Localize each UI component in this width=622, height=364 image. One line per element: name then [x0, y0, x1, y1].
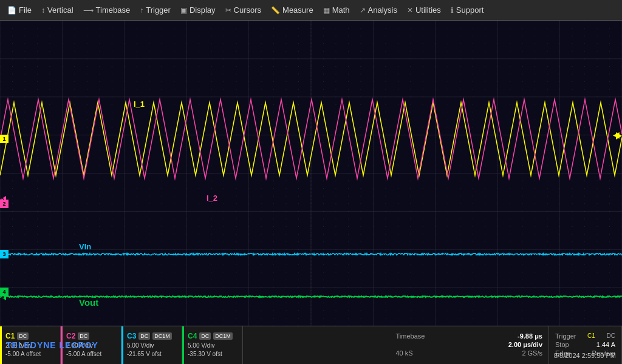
- trigger-label: Trigger: [555, 332, 576, 340]
- timestamp: 8/8/2024 2:59:50 PM: [554, 352, 616, 359]
- c4-div: 5.00 V/div: [188, 342, 239, 350]
- cursors-icon: ✂: [225, 6, 231, 15]
- file-icon: 📄: [7, 6, 16, 15]
- c4-offset: -35.30 V ofst: [188, 350, 239, 359]
- channel-c4-info: C4 DC DC1M 5.00 V/div -35.30 V ofst: [182, 326, 243, 364]
- ch4-marker: 4: [0, 288, 9, 296]
- ch1-marker: 1: [0, 135, 9, 143]
- timebase-samples: 40 kS: [396, 349, 413, 357]
- trigger-value: 1.44 A: [596, 341, 615, 348]
- scope-display: I_1 I_2 VIn Vout 1 2 3 4 ◀: [0, 21, 622, 326]
- menu-utilities[interactable]: ✕ Utilities: [402, 3, 446, 17]
- menu-cursors[interactable]: ✂ Cursors: [220, 3, 267, 17]
- c3-offset: -21.65 V ofst: [127, 350, 178, 359]
- ch3-marker: 3: [0, 250, 9, 258]
- wave-label-i2: I_2: [207, 194, 217, 203]
- menu-support[interactable]: ℹ Support: [446, 3, 489, 17]
- math-icon: ▦: [323, 6, 330, 15]
- timebase-label: Timebase: [396, 332, 425, 340]
- menu-trigger[interactable]: ↑ Trigger: [135, 3, 176, 17]
- trigger-marker: ◀: [613, 130, 620, 140]
- timebase-icon: ⟶: [83, 6, 94, 15]
- spacer: [243, 326, 390, 364]
- branding-text: TELEDYNE LECROY: [6, 340, 98, 350]
- menubar: 📄 File ↕ Vertical ⟶ Timebase ↑ Trigger ▣…: [0, 0, 622, 21]
- menu-analysis[interactable]: ↗ Analysis: [355, 3, 402, 17]
- wave-label-vout: Vout: [79, 297, 98, 308]
- trigger-icon: ↑: [140, 6, 143, 15]
- timebase-div-value: 2.00 μs/div: [508, 341, 542, 348]
- trigger-status: Stop: [555, 341, 569, 348]
- timebase-info: Timebase -9.88 μs 2.00 μs/div 40 kS 2 GS…: [390, 326, 550, 364]
- menu-measure[interactable]: 📏 Measure: [266, 3, 318, 17]
- measure-icon: 📏: [271, 6, 280, 15]
- branding: TELEDYNE LECROY: [0, 326, 104, 364]
- c3-coupling: DC: [138, 332, 150, 340]
- channel-c3-info: C3 DC DC1M 5.00 V/div -21.65 V ofst: [121, 326, 182, 364]
- timebase-rate: 2 GS/s: [522, 349, 542, 357]
- c3-extra: DC1M: [152, 332, 172, 340]
- menu-display[interactable]: ▣ Display: [176, 3, 220, 17]
- wave-label-vin: VIn: [79, 242, 91, 251]
- timebase-value: -9.88 μs: [518, 332, 542, 340]
- ch2-marker: 2: [0, 200, 9, 208]
- c4-extra: DC1M: [213, 332, 233, 340]
- analysis-icon: ↗: [360, 6, 366, 15]
- c4-name: C4: [188, 332, 197, 340]
- c4-coupling: DC: [199, 332, 211, 340]
- trigger-coupling-badge: DC: [607, 332, 615, 340]
- support-icon: ℹ: [451, 6, 454, 15]
- vertical-icon: ↕: [41, 6, 45, 15]
- menu-file[interactable]: 📄 File: [2, 3, 36, 17]
- utilities-icon: ✕: [407, 6, 413, 15]
- trigger-channel-badge: C1: [587, 332, 595, 340]
- menu-vertical[interactable]: ↕ Vertical: [36, 3, 78, 17]
- display-icon: ▣: [180, 6, 187, 15]
- menu-math[interactable]: ▦ Math: [318, 3, 355, 17]
- c3-div: 5.00 V/div: [127, 342, 178, 350]
- waveform-canvas: [0, 21, 622, 326]
- c3-name: C3: [127, 332, 136, 340]
- menu-timebase[interactable]: ⟶ Timebase: [78, 3, 135, 17]
- wave-label-i1: I_1: [134, 99, 145, 109]
